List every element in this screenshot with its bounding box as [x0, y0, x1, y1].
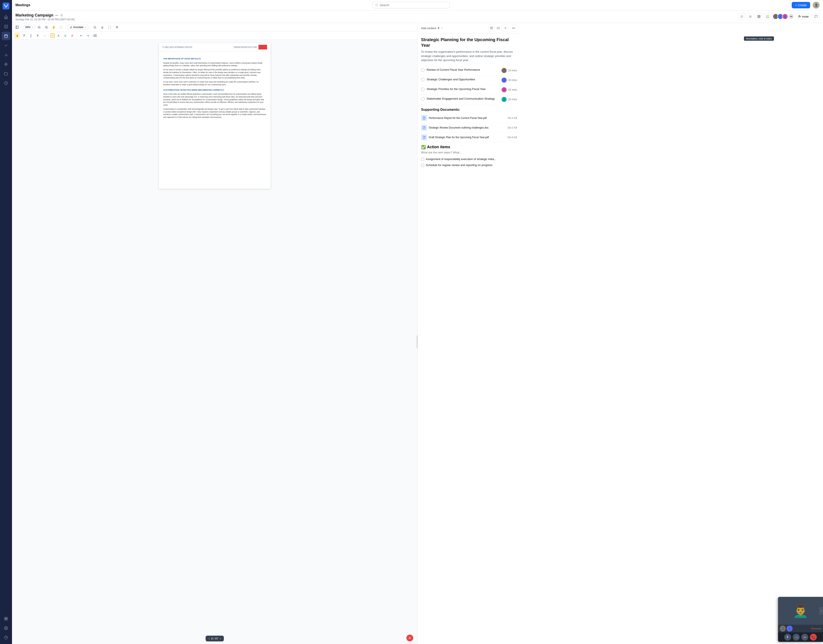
- pdf-navigation[interactable]: ‹ 8 / 97 ›: [206, 636, 224, 641]
- search-pdf-btn[interactable]: [92, 24, 98, 30]
- agenda-item-2-avatar: 👤: [502, 78, 507, 83]
- svg-point-14: [376, 4, 378, 6]
- selection-btn[interactable]: ⬚: [58, 24, 64, 30]
- color-outline-btn[interactable]: A: [69, 32, 75, 38]
- layout-icon-2[interactable]: ⊟: [747, 13, 754, 20]
- action-checkbox-1[interactable]: [421, 158, 424, 161]
- sidebar-item-files[interactable]: [2, 69, 10, 78]
- svg-rect-8: [6, 617, 8, 618]
- color-fill-btn[interactable]: A: [62, 32, 68, 38]
- svg-rect-30: [491, 27, 493, 29]
- video-chevron-btn[interactable]: ‹: [819, 607, 823, 615]
- undo-btn[interactable]: ↩: [78, 32, 84, 38]
- video-bottom-avatar-1: 👤: [780, 626, 786, 632]
- divider-2: [66, 25, 66, 29]
- color-yellow-btn[interactable]: [51, 34, 55, 38]
- action-checkbox-2[interactable]: [421, 164, 424, 167]
- doc-icon-3: [421, 134, 427, 140]
- next-page-btn[interactable]: ›: [220, 637, 221, 640]
- layout-icon-1[interactable]: ⊡: [739, 13, 745, 20]
- redo-btn[interactable]: ↪: [85, 32, 91, 38]
- more-ctrl-btn[interactable]: •••: [802, 634, 808, 641]
- pdf-toolbar-row2: ▮ T T T → A A A ↩ ↪ ⌫: [12, 32, 418, 40]
- text-strikethrough-btn[interactable]: T: [35, 32, 41, 38]
- star-icon[interactable]: ☆: [60, 13, 63, 17]
- agenda-radio-3[interactable]: [421, 87, 425, 91]
- panel-list-icon[interactable]: [502, 25, 508, 32]
- agenda-radio-4[interactable]: [421, 97, 425, 101]
- pdf-red-box: [258, 45, 267, 49]
- sidebar-item-tasks[interactable]: [2, 22, 10, 31]
- end-call-btn[interactable]: 📞: [810, 634, 817, 641]
- sidebar-item-check[interactable]: [2, 41, 10, 50]
- color-text-btn[interactable]: A: [55, 32, 61, 38]
- sidebar-item-settings[interactable]: [2, 624, 10, 632]
- hand-tool-btn[interactable]: ✋: [51, 24, 57, 30]
- pdf-section2-title: CUSTOMIZATION: EFFECTIVE WHEN IMPLEMENTE…: [163, 89, 266, 92]
- text-underline-btn[interactable]: T: [28, 32, 34, 38]
- eraser-btn[interactable]: ⌫: [92, 32, 98, 38]
- user-avatar[interactable]: 👤: [813, 2, 820, 9]
- add-icon[interactable]: +: [438, 26, 439, 30]
- svg-line-29: [95, 28, 96, 29]
- annotate-btn[interactable]: Annotate: [68, 25, 88, 29]
- action-text-1: Assignment of responsibility execution o…: [426, 158, 496, 161]
- sidebar-item-automation[interactable]: [2, 60, 10, 69]
- agenda-item-3-avatar: 👤: [502, 87, 507, 92]
- pdf-section1-p3: In any case, some users won't customize …: [163, 81, 266, 86]
- agenda-item-3-time: 15 mins: [508, 88, 517, 91]
- zoom-in-btn[interactable]: [43, 24, 49, 30]
- sidebar-item-home[interactable]: [2, 13, 10, 21]
- sidebar-item-help[interactable]: [2, 633, 10, 642]
- more-btn[interactable]: ⧉: [114, 24, 120, 30]
- video-bottom-bar: 👤 👤 Tomorrow: [778, 625, 823, 632]
- chevron-down-icon: [31, 26, 34, 28]
- search-box[interactable]: [373, 2, 450, 8]
- participant-avatar-3: 👤: [782, 14, 788, 20]
- print-btn[interactable]: 🖨: [99, 24, 105, 30]
- agenda-radio-1[interactable]: [421, 68, 425, 72]
- participants-extra-badge: +4: [788, 14, 794, 20]
- meeting-subtitle: Sunday Feb 15, 01:00 PM - 02:00 PM (GMT+…: [15, 18, 75, 21]
- content-view-icon[interactable]: [488, 25, 495, 32]
- doc-item-3[interactable]: Draft Strategic Plan for the Upcoming Fi…: [421, 133, 517, 142]
- prev-page-btn[interactable]: ‹: [209, 637, 209, 640]
- add-content-button[interactable]: Add content: +: [421, 26, 443, 30]
- layout-icon-3[interactable]: Annotation, note & video: [755, 13, 762, 20]
- more-options-icon[interactable]: •••: [55, 14, 58, 17]
- cam-btn[interactable]: 📹: [793, 634, 800, 641]
- sidebar-toggle-btn[interactable]: [14, 24, 20, 30]
- documents-list: Performance Report for the Current Fisca…: [421, 113, 517, 142]
- agenda-item-3-meta: 👤 15 mins: [502, 87, 517, 92]
- highlight-yellow-btn[interactable]: ▮: [14, 32, 20, 38]
- text-btn[interactable]: T: [21, 32, 27, 38]
- zoom-out-btn[interactable]: [36, 24, 42, 30]
- chevron-down-icon-2: [84, 26, 86, 28]
- mic-btn[interactable]: 🎙: [784, 634, 791, 641]
- agenda-radio-2[interactable]: [421, 78, 425, 81]
- create-button[interactable]: + Create: [792, 2, 810, 8]
- action-item-1: Assignment of responsibility execution o…: [421, 156, 517, 162]
- app-logo[interactable]: [2, 2, 10, 10]
- sidebar-item-calendar[interactable]: [2, 32, 10, 40]
- sidebar-item-analytics[interactable]: [2, 51, 10, 59]
- zoom-display[interactable]: 94%: [24, 25, 35, 29]
- pdf-page: © NIELSEN NORMAN GROUP WWW.NNGROUP.COM T…: [159, 43, 270, 189]
- sidebar-item-integrations[interactable]: [2, 615, 10, 623]
- search-input[interactable]: [380, 3, 447, 7]
- panel-more-icon[interactable]: •••: [510, 25, 517, 32]
- sidebar-item-time[interactable]: [2, 79, 10, 87]
- pdf-section2-p2: Customization is complicated, both techn…: [163, 108, 266, 119]
- pdf-content[interactable]: © NIELSEN NORMAN GROUP WWW.NNGROUP.COM T…: [12, 40, 418, 644]
- agenda-item-4-time: 20 mins: [508, 98, 517, 101]
- close-pdf-btn[interactable]: ✕: [406, 635, 413, 641]
- arrow-btn[interactable]: →: [41, 32, 48, 38]
- doc-item-1[interactable]: Performance Report for the Current Fisca…: [421, 113, 517, 123]
- video-person-avatar: 👨‍🦱: [792, 603, 809, 618]
- invite-button[interactable]: Invite: [796, 14, 811, 19]
- chat-icon[interactable]: [813, 13, 820, 20]
- doc-item-2[interactable]: Strategic Review Document outlining chal…: [421, 123, 517, 133]
- layout-icon-4[interactable]: ⬜: [764, 13, 771, 20]
- fullscreen-btn[interactable]: ⛶: [106, 24, 112, 30]
- pdf-header-right: WWW.NNGROUP.COM: [234, 46, 256, 48]
